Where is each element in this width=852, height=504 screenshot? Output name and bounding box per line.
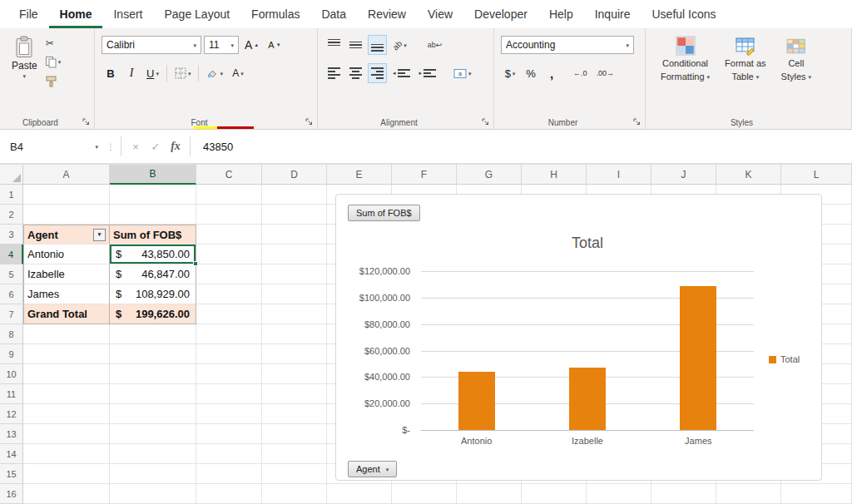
cell-B2[interactable] xyxy=(110,205,196,225)
tab-home[interactable]: Home xyxy=(49,0,103,28)
cell-B7[interactable]: $199,626.00 xyxy=(110,304,196,324)
row-header-12[interactable]: 12 xyxy=(0,404,23,424)
tab-page-layout[interactable]: Page Layout xyxy=(153,0,240,28)
cell-B3[interactable]: Sum of FOB$ xyxy=(110,225,196,245)
cell-B6[interactable]: $108,929.00 xyxy=(110,284,196,304)
row-header-1[interactable]: 1 xyxy=(0,185,23,205)
increase-indent-button[interactable]: ▸ xyxy=(416,63,440,83)
alignment-dialog-launcher[interactable] xyxy=(480,116,490,126)
column-header-C[interactable]: C xyxy=(196,165,262,185)
column-header-J[interactable]: J xyxy=(651,165,716,185)
column-header-K[interactable]: K xyxy=(716,165,781,185)
cell-C15[interactable] xyxy=(196,464,262,484)
tab-insert[interactable]: Insert xyxy=(102,0,153,28)
cell-C3[interactable] xyxy=(196,225,262,245)
cell-D6[interactable] xyxy=(262,284,327,304)
cell-C9[interactable] xyxy=(196,344,262,364)
pivot-filter-dropdown-button[interactable]: ▾ xyxy=(93,229,106,241)
chart-value-field-button[interactable]: Sum of FOB$ xyxy=(348,205,420,221)
merge-center-button[interactable]: a ▾ xyxy=(450,63,475,83)
underline-button[interactable]: U▾ xyxy=(143,63,162,83)
tab-review[interactable]: Review xyxy=(357,0,417,28)
cell-B4[interactable]: $43,850.00 xyxy=(110,245,196,264)
cell-B8[interactable] xyxy=(110,324,196,344)
cell-A9[interactable] xyxy=(23,344,110,364)
cell-D14[interactable] xyxy=(262,444,327,464)
cell-D10[interactable] xyxy=(262,364,327,384)
cell-A13[interactable] xyxy=(23,424,110,444)
row-header-8[interactable]: 8 xyxy=(0,324,23,344)
chart-title[interactable]: Total xyxy=(421,235,754,252)
cell-D5[interactable] xyxy=(262,264,327,284)
row-header-16[interactable]: 16 xyxy=(0,484,23,504)
copy-button[interactable]: ▾ xyxy=(46,55,62,69)
cell-D2[interactable] xyxy=(262,205,327,225)
row-header-5[interactable]: 5 xyxy=(0,264,23,284)
font-color-button[interactable]: A ▾ xyxy=(229,63,247,83)
cell-C1[interactable] xyxy=(196,185,262,205)
row-header-7[interactable]: 7 xyxy=(0,304,23,324)
fill-color-button[interactable]: ▾ xyxy=(203,63,226,83)
cell-D15[interactable] xyxy=(262,464,327,484)
column-header-L[interactable]: L xyxy=(781,165,852,185)
cell-D12[interactable] xyxy=(262,404,327,424)
cut-button[interactable]: ✂ xyxy=(46,36,62,50)
row-header-2[interactable]: 2 xyxy=(0,205,23,225)
cell-D7[interactable] xyxy=(262,304,327,324)
chart-bar-antonio[interactable] xyxy=(458,372,495,430)
cell-A4[interactable]: Antonio xyxy=(23,245,110,264)
cell-C4[interactable] xyxy=(196,245,262,264)
enter-button[interactable]: ✓ xyxy=(146,135,166,158)
cell-C10[interactable] xyxy=(196,364,262,384)
cell-B13[interactable] xyxy=(110,424,196,444)
cell-K16[interactable] xyxy=(716,484,781,504)
row-header-13[interactable]: 13 xyxy=(0,424,23,444)
cell-D3[interactable] xyxy=(262,225,327,245)
cell-B10[interactable] xyxy=(110,364,196,384)
cell-C6[interactable] xyxy=(196,284,262,304)
tab-file[interactable]: File xyxy=(8,0,49,28)
font-size-select[interactable]: 11 ▾ xyxy=(204,36,239,54)
percent-style-button[interactable]: % xyxy=(522,63,540,83)
cell-B9[interactable] xyxy=(110,344,196,364)
column-header-D[interactable]: D xyxy=(262,165,327,185)
cell-B5[interactable]: $46,847.00 xyxy=(110,264,196,284)
row-header-15[interactable]: 15 xyxy=(0,464,23,484)
insert-function-button[interactable]: fx xyxy=(166,135,186,158)
cell-D11[interactable] xyxy=(262,384,327,404)
cell-D4[interactable] xyxy=(262,245,327,264)
align-left-button[interactable] xyxy=(324,63,344,83)
name-box-resize-handle[interactable]: ⋮ xyxy=(105,142,116,151)
cell-A11[interactable] xyxy=(23,384,110,404)
column-header-A[interactable]: A xyxy=(23,165,110,185)
cell-C11[interactable] xyxy=(196,384,262,404)
accounting-number-format-button[interactable]: $▾ xyxy=(501,63,519,83)
cell-A2[interactable] xyxy=(23,205,110,225)
row-header-10[interactable]: 10 xyxy=(0,364,23,384)
cell-E16[interactable] xyxy=(327,484,392,504)
font-dialog-launcher[interactable] xyxy=(304,116,314,126)
cell-A8[interactable] xyxy=(23,324,110,344)
cell-A1[interactable] xyxy=(23,185,110,205)
cell-L16[interactable] xyxy=(781,484,852,504)
cancel-button[interactable]: × xyxy=(126,135,146,158)
column-header-G[interactable]: G xyxy=(457,165,522,185)
comma-style-button[interactable]: , xyxy=(542,63,561,83)
cell-D16[interactable] xyxy=(262,484,327,504)
cell-A5[interactable]: Izabelle xyxy=(23,264,110,284)
number-format-select[interactable]: Accounting ▾ xyxy=(501,36,634,54)
cell-A16[interactable] xyxy=(23,484,110,504)
row-header-9[interactable]: 9 xyxy=(0,344,23,364)
cell-G16[interactable] xyxy=(457,484,522,504)
cell-I16[interactable] xyxy=(587,484,651,504)
format-painter-button[interactable] xyxy=(46,74,62,88)
pivot-chart[interactable]: Sum of FOB$ Total $120,000.00$100,000.00… xyxy=(335,194,822,481)
wrap-text-button[interactable]: ab↩ xyxy=(424,35,446,55)
cell-B16[interactable] xyxy=(110,484,196,504)
bottom-align-button[interactable] xyxy=(368,35,387,55)
middle-align-button[interactable] xyxy=(346,35,365,55)
select-all-corner[interactable] xyxy=(0,165,23,185)
cell-C12[interactable] xyxy=(196,404,262,424)
paste-button[interactable]: Paste ▾ xyxy=(7,34,42,88)
column-header-H[interactable]: H xyxy=(522,165,587,185)
